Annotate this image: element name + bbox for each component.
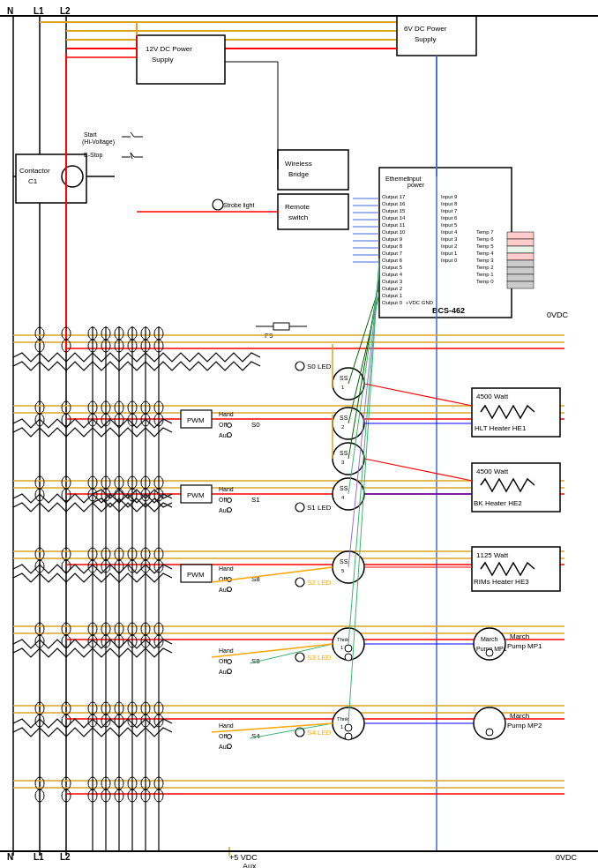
svg-rect-57 — [507, 246, 534, 253]
plus5vdc-label: +5 VDC — [229, 853, 258, 862]
ovdc-label: 0VDC — [556, 853, 578, 862]
svg-text:Thnk: Thnk — [337, 637, 349, 642]
svg-text:Temp 0: Temp 0 — [476, 279, 494, 284]
svg-text:SS: SS — [340, 415, 348, 421]
s2-led-label: S2 LED — [307, 579, 332, 587]
pwm3-label: PWM — [187, 571, 205, 579]
hand-label-s8rims: Hand — [219, 565, 234, 572]
svg-point-116 — [228, 735, 232, 739]
svg-text:(Hi-Voltage): (Hi-Voltage) — [82, 138, 115, 146]
top-n-label: N — [7, 6, 13, 16]
svg-point-187 — [486, 649, 493, 656]
svg-point-101 — [295, 503, 304, 512]
svg-text:Output 11: Output 11 — [382, 222, 406, 228]
svg-text:power: power — [407, 182, 425, 189]
power-supply-12v-label: 12V DC Power — [146, 45, 192, 53]
svg-text:Input 2: Input 2 — [441, 243, 458, 249]
wireless-bridge-label: Wireless — [285, 160, 312, 168]
svg-text:Thnk: Thnk — [337, 716, 349, 722]
svg-text:Input 1: Input 1 — [441, 251, 458, 256]
svg-text:RIMs Heater HE3: RIMs Heater HE3 — [474, 578, 529, 586]
hand-label-s3: Hand — [219, 647, 234, 654]
off-label-s1: Off — [219, 497, 227, 503]
svg-point-189 — [486, 729, 493, 736]
top-l2-label: L2 — [60, 6, 71, 16]
svg-text:Temp 4: Temp 4 — [476, 251, 494, 256]
start-label: Start — [84, 131, 97, 138]
svg-text:Input 4: Input 4 — [441, 229, 458, 235]
svg-text:Output 3: Output 3 — [382, 279, 403, 284]
svg-point-181 — [345, 645, 352, 652]
svg-text:Supply: Supply — [152, 56, 173, 64]
svg-point-103 — [295, 653, 304, 662]
svg-text:March: March — [481, 636, 498, 642]
svg-point-183 — [345, 724, 352, 731]
svg-text:Output 5: Output 5 — [382, 265, 403, 270]
svg-text:switch: switch — [288, 213, 308, 221]
svg-rect-55 — [507, 232, 534, 239]
hlt-heater-label: 4500 Watt — [476, 393, 509, 400]
s1-label: S1 — [251, 496, 260, 504]
svg-rect-14 — [278, 194, 348, 229]
svg-text:Temp 7: Temp 7 — [476, 229, 494, 235]
svg-text:Output 2: Output 2 — [382, 286, 403, 291]
svg-text:Input 5: Input 5 — [441, 222, 458, 228]
svg-text:SS: SS — [340, 558, 348, 565]
off-label-s0: Off — [219, 422, 227, 428]
power-supply-6v-label: 6V DC Power — [404, 25, 447, 33]
svg-text:Input 7: Input 7 — [441, 208, 458, 213]
off-label-s4: Off — [219, 733, 227, 739]
strobe-light-label: Strobe light — [223, 202, 254, 209]
aux-label: Aux — [243, 862, 257, 868]
svg-point-117 — [228, 745, 232, 749]
svg-rect-62 — [507, 281, 534, 288]
ovdc-right-label: 0VDC — [547, 311, 569, 319]
hand-label-s1: Hand — [219, 486, 234, 492]
svg-text:Input 6: Input 6 — [441, 215, 458, 221]
svg-point-113 — [228, 587, 232, 592]
svg-rect-59 — [507, 260, 534, 267]
off-label-s3: Off — [219, 658, 227, 664]
svg-text:Output 9: Output 9 — [382, 236, 403, 242]
svg-text:Output 6: Output 6 — [382, 258, 403, 263]
svg-text:Temp 2: Temp 2 — [476, 265, 494, 270]
march-pump-mp1-label: March — [510, 632, 529, 640]
svg-text:Output 7: Output 7 — [382, 251, 403, 256]
svg-text:Bridge: Bridge — [288, 170, 310, 178]
bottom-n-label: N — [7, 852, 13, 862]
svg-rect-10 — [397, 16, 476, 56]
svg-point-102 — [295, 578, 304, 587]
s1-led-label: S1 LED — [307, 504, 332, 512]
svg-text:Pump MP2: Pump MP2 — [507, 722, 542, 730]
svg-point-108 — [228, 423, 232, 428]
svg-text:C1: C1 — [28, 177, 38, 185]
s0-led-label: S0 LED — [307, 363, 332, 370]
svg-text:Output 17: Output 17 — [382, 194, 406, 199]
svg-rect-61 — [507, 274, 534, 281]
bottom-l2-label: L2 — [60, 852, 71, 862]
s0-label: S0 — [251, 421, 260, 429]
svg-text:SS: SS — [340, 485, 348, 491]
svg-text:Output 1: Output 1 — [382, 293, 403, 298]
estop-label: E-Stop — [84, 152, 103, 159]
svg-text:SS: SS — [340, 375, 348, 381]
svg-rect-76 — [273, 323, 289, 330]
svg-text:Temp 6: Temp 6 — [476, 236, 494, 242]
svg-text:Output 8: Output 8 — [382, 243, 403, 249]
hand-label-s4: Hand — [219, 722, 234, 729]
svg-text:SS: SS — [340, 450, 348, 456]
svg-point-65 — [62, 166, 83, 187]
svg-rect-56 — [507, 239, 534, 246]
svg-point-115 — [228, 670, 232, 674]
svg-rect-8 — [137, 35, 225, 84]
svg-point-74 — [213, 199, 223, 210]
pwm1-label: PWM — [187, 416, 205, 424]
march-pump-mp2-label: March — [510, 712, 529, 720]
svg-point-111 — [228, 508, 232, 513]
s3-led-label: S3 LED — [307, 654, 332, 662]
svg-text:Output 4: Output 4 — [382, 272, 403, 277]
svg-text:Input 0: Input 0 — [441, 258, 458, 263]
svg-rect-60 — [507, 267, 534, 274]
svg-point-110 — [228, 498, 232, 503]
svg-text:Ethernet: Ethernet — [385, 176, 409, 182]
